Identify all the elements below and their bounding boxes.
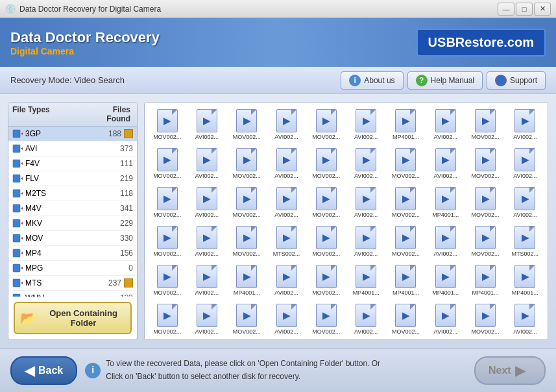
support-button[interactable]: 👤 Support <box>487 71 546 90</box>
file-item[interactable]: ▶MOV002... <box>308 145 344 182</box>
file-type-row[interactable]: M4V341 <box>8 201 137 216</box>
video-symbol-icon: ▶ <box>522 271 529 282</box>
file-item[interactable]: ▶MOV002... <box>308 262 344 299</box>
file-item-name: MOV002... <box>150 328 184 335</box>
file-item[interactable]: ▶MOV002... <box>149 145 186 182</box>
about-button[interactable]: i About us <box>341 71 403 90</box>
file-item[interactable]: ▶AVI002... <box>188 145 225 182</box>
file-item[interactable]: ▶MOV002... <box>387 184 424 221</box>
file-item[interactable]: ▶MOV002... <box>466 301 503 337</box>
app-title: Data Doctor Recovery <box>10 29 160 46</box>
video-symbol-icon: ▶ <box>283 271 290 282</box>
file-type-row[interactable]: FLV219 <box>8 171 137 186</box>
file-item[interactable]: ▶MOV002... <box>149 184 186 221</box>
file-item[interactable]: ▶MOV002... <box>308 223 344 260</box>
file-type-row[interactable]: MKV229 <box>8 216 137 231</box>
file-item[interactable]: ▶AVI002... <box>188 223 225 260</box>
file-type-row[interactable]: MTS237 <box>8 276 137 291</box>
file-item[interactable]: ▶AVI002... <box>427 223 464 260</box>
file-item[interactable]: ▶MOV002... <box>308 184 344 221</box>
maximize-button[interactable]: □ <box>516 3 533 16</box>
file-item[interactable]: ▶MP4001... <box>347 262 384 299</box>
file-type-icon <box>12 263 23 273</box>
file-item[interactable]: ▶AVI002... <box>347 106 384 143</box>
file-item-icon: ▶ <box>236 304 257 327</box>
file-item[interactable]: ▶AVI002... <box>347 184 384 221</box>
file-type-row[interactable]: F4V111 <box>8 156 137 171</box>
file-item[interactable]: ▶MOV002... <box>228 301 265 337</box>
file-type-row[interactable]: MP4156 <box>8 246 137 261</box>
file-item[interactable]: ▶AVI002... <box>188 262 225 299</box>
file-item-icon: ▶ <box>435 304 456 327</box>
file-item[interactable]: ▶AVI002... <box>427 301 464 337</box>
file-item[interactable]: ▶MOV002... <box>466 184 503 221</box>
file-item[interactable]: ▶MP4001... <box>387 262 424 299</box>
close-button[interactable]: ✕ <box>534 3 551 16</box>
file-item[interactable]: ▶AVI002... <box>268 262 305 299</box>
file-item[interactable]: ▶AVI002... <box>507 184 544 221</box>
file-item[interactable]: ▶AVI002... <box>268 145 305 182</box>
file-item[interactable]: ▶MP4001... <box>507 262 544 299</box>
nav-buttons: i About us ? Help Manual 👤 Support <box>341 71 546 90</box>
file-item-icon: ▶ <box>356 265 376 288</box>
file-type-row[interactable]: WMV132 <box>8 291 137 297</box>
file-item[interactable]: ▶MOV002... <box>308 301 344 337</box>
file-item[interactable]: ▶MOV002... <box>466 106 503 143</box>
file-item[interactable]: ▶AVI002... <box>507 301 544 337</box>
file-item[interactable]: ▶AVI002... <box>507 106 544 143</box>
back-button[interactable]: ◀ Back <box>10 356 77 385</box>
next-button[interactable]: Next ▶ <box>474 356 546 385</box>
file-item[interactable]: ▶MP4001... <box>228 262 265 299</box>
minimize-button[interactable]: — <box>498 3 514 16</box>
file-item[interactable]: ▶MOV002... <box>308 106 344 143</box>
file-item[interactable]: ▶AVI002... <box>268 106 305 143</box>
file-item[interactable]: ▶MOV002... <box>228 184 265 221</box>
file-type-row[interactable]: AVI373 <box>8 141 137 156</box>
file-item[interactable]: ▶MOV002... <box>149 301 186 337</box>
file-item[interactable]: ▶AVI002... <box>268 301 305 337</box>
right-panel[interactable]: ▶MOV002...▶AVI002...▶MOV002...▶AVI002...… <box>144 102 548 340</box>
file-item[interactable]: ▶MOV002... <box>466 145 503 182</box>
file-item[interactable]: ▶AVI002... <box>188 301 225 337</box>
file-item-name: MOV002... <box>389 212 423 218</box>
file-item[interactable]: ▶MOV002... <box>149 106 186 143</box>
file-item[interactable]: ▶AVI002... <box>188 106 225 143</box>
file-item[interactable]: ▶MOV002... <box>466 223 503 260</box>
file-item[interactable]: ▶MP4001... <box>466 262 503 299</box>
file-item[interactable]: ▶AVI002... <box>427 106 464 143</box>
file-item[interactable]: ▶MOV002... <box>228 145 265 182</box>
file-item[interactable]: ▶AVI002... <box>268 184 305 221</box>
file-item-name: MTS002... <box>269 251 304 257</box>
file-item[interactable]: ▶MOV002... <box>228 106 265 143</box>
file-item[interactable]: ▶MP4001... <box>427 184 464 221</box>
file-type-count: 132 <box>110 293 133 297</box>
file-item[interactable]: ▶MP4001... <box>427 262 464 299</box>
file-item[interactable]: ▶AVI002... <box>347 301 384 337</box>
help-button[interactable]: ? Help Manual <box>407 71 483 90</box>
file-type-count: 229 <box>110 219 133 228</box>
file-item[interactable]: ▶MOV002... <box>149 262 186 299</box>
header: Data Doctor Recovery Digital Camera USBR… <box>0 18 556 67</box>
file-type-row[interactable]: MOV330 <box>8 231 137 246</box>
file-item[interactable]: ▶MOV002... <box>387 223 424 260</box>
file-type-row[interactable]: 3GP188 <box>8 127 137 141</box>
file-item-name: AVI002... <box>269 173 304 179</box>
open-containing-folder-button[interactable]: 📂 Open Containing Folder <box>14 302 132 334</box>
file-item[interactable]: ▶MOV002... <box>228 223 265 260</box>
file-type-row[interactable]: M2TS118 <box>8 186 137 201</box>
file-item[interactable]: ▶AVI002... <box>347 223 384 260</box>
file-item[interactable]: ▶MTS002... <box>268 223 305 260</box>
file-item[interactable]: ▶MOV002... <box>387 301 424 337</box>
svg-rect-22 <box>13 294 20 297</box>
file-type-row[interactable]: MPG0 <box>8 261 137 276</box>
file-item[interactable]: ▶MOV002... <box>149 223 186 260</box>
file-item[interactable]: ▶AVI002... <box>427 145 464 182</box>
file-item-name: MP4001... <box>428 212 463 218</box>
file-item[interactable]: ▶AVI002... <box>507 145 544 182</box>
file-item[interactable]: ▶MTS002... <box>507 223 544 260</box>
file-item[interactable]: ▶AVI002... <box>347 145 384 182</box>
file-item[interactable]: ▶AVI002... <box>188 184 225 221</box>
file-item[interactable]: ▶MOV002... <box>387 145 424 182</box>
file-item[interactable]: ▶MP4001... <box>387 106 424 143</box>
file-item-name: MP4001... <box>508 289 542 296</box>
